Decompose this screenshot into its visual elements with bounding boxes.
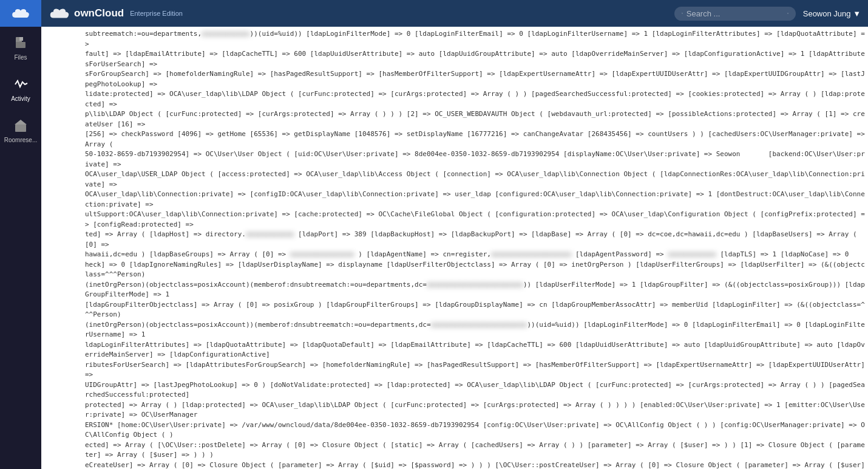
search-input[interactable] [687,9,784,18]
log-line: OCA\user_ldap\lib\Connection:private] =>… [85,190,866,210]
log-line: ted] => Array ( [ldapHost] => directory.… [85,230,866,250]
log-line: ributesForUserSearch] => [ldapAttributes… [85,360,866,380]
log-line: (inetOrgPerson)(objectclass=posixAccount… [85,280,866,300]
microphone-icon [787,9,788,18]
log-line: OCA\user_ldap\USER_LDAP Object ( [access… [85,169,866,190]
log-line: 50-1032-8659-db7193902954] => OC\User\Us… [85,149,866,169]
redacted-text: xxxxxxxxxxxxxxxxxxxxxxxx [427,280,523,290]
sidebar-item-activity[interactable]: Activity [0,68,41,109]
header-logo-area: ownCloud Enterprise Edition [49,7,183,20]
svg-rect-2 [16,42,25,48]
log-line: hawaii,dc=edu ) [ldapBaseGroups] => Arra… [85,250,866,260]
log-line: eCreateUser] => Array ( [0] => Closure O… [85,460,866,470]
log-line: subtreematch:=ou=departments,xxxxxxxxxxx… [85,29,866,49]
svg-point-5 [682,13,682,13]
log-line: (inetOrgPerson)(objectclass=posixAccount… [85,320,866,340]
sidebar-item-files[interactable]: Files [0,27,41,68]
log-line: protected] => Array ( ) [ldap:protected]… [85,400,866,420]
user-menu[interactable]: Seowon Jung ▼ [803,9,861,18]
user-name: Seowon Jung ▼ [803,9,861,18]
log-line: fault] => [ldapEmailAttribute] => [ldapC… [85,49,866,69]
log-content[interactable]: subtreematch:=ou=departments,xxxxxxxxxxx… [83,27,868,469]
log-line: sForGroupSearch] => [homefolderNamingRul… [85,69,866,89]
sidebar: Files Activity Roomrese... [0,0,41,469]
files-icon [12,35,29,52]
search-icon [682,9,683,18]
log-line: p\lib\LDAP Object ( [curFunc:protected] … [85,109,866,129]
redacted-text: xxxxxxxxxxxxxxxx [290,250,354,260]
log-line: ERSION* [home:OC\User\User:private] => /… [85,420,866,440]
header-right: Seowon Jung ▼ [674,7,861,21]
log-line: lidate:protected] => OCA\user_ldap\lib\L… [85,89,866,109]
header-logo-text: ownCloud [74,7,124,19]
svg-rect-7 [787,13,788,13]
svg-line-6 [682,13,683,14]
redacted-text: xxxxxxxxxxxx [202,29,249,39]
search-bar [674,7,796,21]
log-line: [ldapGroupFilterObjectclass] => Array ( … [85,300,866,320]
log-line: UIDGroupAttr] => [lastJpegPhotoLookup] =… [85,380,866,400]
log-line: ultSupport:OCA\user_ldap\lib\Connection:… [85,210,866,230]
main-content: subtreematch:=ou=departments,xxxxxxxxxxx… [83,27,868,469]
svg-rect-1 [19,37,23,41]
svg-rect-3 [15,125,26,132]
log-line: ected] => Array ( [\OC\User::postDelete]… [85,440,866,460]
sidebar-activity-label: Activity [11,95,30,102]
header: ownCloud Enterprise Edition Seowon Jung … [41,0,868,27]
sidebar-rooms-label: Roomrese... [4,137,37,143]
redacted-text: xxxxxxxxxxxx [668,250,716,260]
log-line: heck] => 0 [ldapIgnoreNamingRules] => [l… [85,260,866,280]
activity-icon [12,76,29,93]
sidebar-files-label: Files [14,54,27,61]
log-line: [256] => checkPassword [4096] => getHome… [85,129,866,149]
redacted-text: xxxxxxxxxxxx [246,230,294,240]
header-edition: Enterprise Edition [130,10,183,17]
redacted-text: xxxxxxxxxxxxxxxxxxxx [491,250,571,260]
svg-marker-4 [15,120,27,125]
redacted-text: xxxxxxxxxxxxxxxxxxxxxxxx [431,320,527,330]
sidebar-logo [0,0,41,27]
rooms-icon [12,117,29,134]
sidebar-item-rooms[interactable]: Roomrese... [0,109,41,151]
log-line: ldapLoginFilterAttributes] => [ldapQuota… [85,340,866,360]
